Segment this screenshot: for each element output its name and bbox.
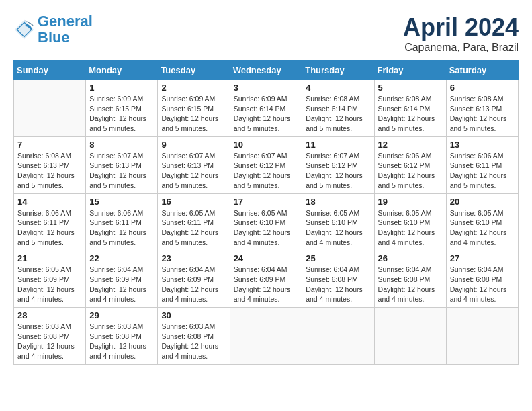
calendar-cell: 25Sunrise: 6:04 AMSunset: 6:08 PMDayligh… <box>302 250 374 308</box>
weekday-tuesday: Tuesday <box>158 61 230 80</box>
day-number: 18 <box>306 197 370 207</box>
day-info: Sunrise: 6:03 AMSunset: 6:08 PMDaylight:… <box>161 322 226 361</box>
calendar-cell: 3Sunrise: 6:09 AMSunset: 6:14 PMDaylight… <box>230 80 302 137</box>
calendar-cell: 15Sunrise: 6:06 AMSunset: 6:11 PMDayligh… <box>86 193 158 250</box>
day-info: Sunrise: 6:08 AMSunset: 6:14 PMDaylight:… <box>378 94 443 134</box>
calendar-cell <box>374 308 446 365</box>
calendar-cell: 7Sunrise: 6:08 AMSunset: 6:13 PMDaylight… <box>14 136 86 193</box>
calendar-cell: 14Sunrise: 6:06 AMSunset: 6:11 PMDayligh… <box>14 193 86 250</box>
calendar-week-5: 28Sunrise: 6:03 AMSunset: 6:08 PMDayligh… <box>14 308 519 365</box>
day-info: Sunrise: 6:04 AMSunset: 6:09 PMDaylight:… <box>161 265 226 304</box>
day-info: Sunrise: 6:05 AMSunset: 6:10 PMDaylight:… <box>450 208 515 248</box>
day-number: 12 <box>378 140 443 150</box>
logo-icon <box>13 19 35 40</box>
day-info: Sunrise: 6:03 AMSunset: 6:08 PMDaylight:… <box>17 322 82 361</box>
day-info: Sunrise: 6:05 AMSunset: 6:09 PMDaylight:… <box>17 265 82 304</box>
calendar-cell: 10Sunrise: 6:07 AMSunset: 6:12 PMDayligh… <box>230 136 302 193</box>
calendar-cell: 28Sunrise: 6:03 AMSunset: 6:08 PMDayligh… <box>14 308 86 365</box>
calendar-cell: 29Sunrise: 6:03 AMSunset: 6:08 PMDayligh… <box>86 308 158 365</box>
calendar-cell: 19Sunrise: 6:05 AMSunset: 6:10 PMDayligh… <box>374 193 446 250</box>
page-header: General Blue April 2024 Capanema, Para, … <box>13 13 519 54</box>
calendar-cell <box>14 80 86 137</box>
day-info: Sunrise: 6:06 AMSunset: 6:11 PMDaylight:… <box>17 208 82 248</box>
day-info: Sunrise: 6:06 AMSunset: 6:11 PMDaylight:… <box>89 208 154 248</box>
day-info: Sunrise: 6:04 AMSunset: 6:09 PMDaylight:… <box>89 265 154 304</box>
weekday-friday: Friday <box>374 61 446 80</box>
day-number: 11 <box>306 140 370 150</box>
calendar-cell: 13Sunrise: 6:06 AMSunset: 6:11 PMDayligh… <box>446 136 518 193</box>
calendar-cell: 6Sunrise: 6:08 AMSunset: 6:13 PMDaylight… <box>446 80 518 137</box>
calendar-cell: 30Sunrise: 6:03 AMSunset: 6:08 PMDayligh… <box>158 308 230 365</box>
day-number: 4 <box>306 83 370 93</box>
day-info: Sunrise: 6:08 AMSunset: 6:13 PMDaylight:… <box>450 94 515 134</box>
calendar-cell: 24Sunrise: 6:04 AMSunset: 6:09 PMDayligh… <box>230 250 302 308</box>
calendar-cell: 26Sunrise: 6:04 AMSunset: 6:08 PMDayligh… <box>374 250 446 308</box>
calendar-week-1: 1Sunrise: 6:09 AMSunset: 6:15 PMDaylight… <box>14 80 519 137</box>
day-info: Sunrise: 6:07 AMSunset: 6:12 PMDaylight:… <box>306 151 370 191</box>
day-info: Sunrise: 6:05 AMSunset: 6:11 PMDaylight:… <box>161 208 226 248</box>
day-number: 15 <box>89 197 154 207</box>
day-number: 25 <box>306 253 370 263</box>
day-number: 21 <box>17 253 82 263</box>
day-info: Sunrise: 6:03 AMSunset: 6:08 PMDaylight:… <box>89 322 154 361</box>
day-number: 23 <box>161 253 226 263</box>
day-info: Sunrise: 6:05 AMSunset: 6:10 PMDaylight:… <box>378 208 443 248</box>
day-number: 5 <box>378 83 443 93</box>
calendar-cell: 8Sunrise: 6:07 AMSunset: 6:13 PMDaylight… <box>86 136 158 193</box>
month-title: April 2024 <box>403 13 519 42</box>
logo-line2: Blue <box>38 29 70 46</box>
day-number: 10 <box>234 140 299 150</box>
calendar-cell: 21Sunrise: 6:05 AMSunset: 6:09 PMDayligh… <box>14 250 86 308</box>
weekday-sunday: Sunday <box>14 61 86 80</box>
calendar-cell: 27Sunrise: 6:04 AMSunset: 6:08 PMDayligh… <box>446 250 518 308</box>
day-info: Sunrise: 6:04 AMSunset: 6:08 PMDaylight:… <box>306 265 370 304</box>
calendar-cell: 23Sunrise: 6:04 AMSunset: 6:09 PMDayligh… <box>158 250 230 308</box>
calendar-cell: 18Sunrise: 6:05 AMSunset: 6:10 PMDayligh… <box>302 193 374 250</box>
weekday-saturday: Saturday <box>446 61 518 80</box>
day-info: Sunrise: 6:07 AMSunset: 6:12 PMDaylight:… <box>234 151 299 191</box>
calendar-cell: 20Sunrise: 6:05 AMSunset: 6:10 PMDayligh… <box>446 193 518 250</box>
day-number: 30 <box>161 310 226 320</box>
day-number: 26 <box>378 253 443 263</box>
day-info: Sunrise: 6:06 AMSunset: 6:12 PMDaylight:… <box>378 151 443 191</box>
day-number: 17 <box>234 197 299 207</box>
day-number: 2 <box>161 83 226 93</box>
day-info: Sunrise: 6:09 AMSunset: 6:14 PMDaylight:… <box>234 94 299 134</box>
day-info: Sunrise: 6:08 AMSunset: 6:14 PMDaylight:… <box>306 94 370 134</box>
day-number: 13 <box>450 140 515 150</box>
day-info: Sunrise: 6:07 AMSunset: 6:13 PMDaylight:… <box>89 151 154 191</box>
day-info: Sunrise: 6:09 AMSunset: 6:15 PMDaylight:… <box>89 94 154 134</box>
calendar-cell: 17Sunrise: 6:05 AMSunset: 6:10 PMDayligh… <box>230 193 302 250</box>
logo-line1: General <box>38 13 93 30</box>
day-number: 16 <box>161 197 226 207</box>
day-number: 1 <box>89 83 154 93</box>
weekday-header-row: SundayMondayTuesdayWednesdayThursdayFrid… <box>14 61 519 80</box>
day-number: 27 <box>450 253 515 263</box>
calendar-cell: 2Sunrise: 6:09 AMSunset: 6:15 PMDaylight… <box>158 80 230 137</box>
day-info: Sunrise: 6:05 AMSunset: 6:10 PMDaylight:… <box>306 208 370 248</box>
calendar-week-2: 7Sunrise: 6:08 AMSunset: 6:13 PMDaylight… <box>14 136 519 193</box>
day-number: 9 <box>161 140 226 150</box>
calendar-week-4: 21Sunrise: 6:05 AMSunset: 6:09 PMDayligh… <box>14 250 519 308</box>
calendar-week-3: 14Sunrise: 6:06 AMSunset: 6:11 PMDayligh… <box>14 193 519 250</box>
calendar-cell: 12Sunrise: 6:06 AMSunset: 6:12 PMDayligh… <box>374 136 446 193</box>
calendar-cell <box>302 308 374 365</box>
day-number: 22 <box>89 253 154 263</box>
day-number: 19 <box>378 197 443 207</box>
day-number: 8 <box>89 140 154 150</box>
day-info: Sunrise: 6:04 AMSunset: 6:08 PMDaylight:… <box>450 265 515 304</box>
title-block: April 2024 Capanema, Para, Brazil <box>403 13 519 54</box>
day-number: 3 <box>234 83 299 93</box>
weekday-thursday: Thursday <box>302 61 374 80</box>
calendar-body: 1Sunrise: 6:09 AMSunset: 6:15 PMDaylight… <box>14 80 519 365</box>
calendar-cell: 11Sunrise: 6:07 AMSunset: 6:12 PMDayligh… <box>302 136 374 193</box>
calendar-cell: 22Sunrise: 6:04 AMSunset: 6:09 PMDayligh… <box>86 250 158 308</box>
day-number: 7 <box>17 140 82 150</box>
calendar-cell: 1Sunrise: 6:09 AMSunset: 6:15 PMDaylight… <box>86 80 158 137</box>
calendar-table: SundayMondayTuesdayWednesdayThursdayFrid… <box>13 60 519 365</box>
day-info: Sunrise: 6:04 AMSunset: 6:09 PMDaylight:… <box>234 265 299 304</box>
day-number: 28 <box>17 310 82 320</box>
location-subtitle: Capanema, Para, Brazil <box>403 42 519 54</box>
logo-text: General Blue <box>38 13 93 46</box>
weekday-monday: Monday <box>86 61 158 80</box>
